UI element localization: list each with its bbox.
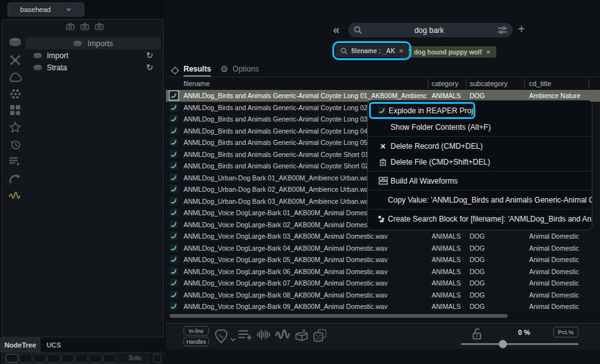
timeline-cell[interactable] xyxy=(153,354,161,363)
handles-button[interactable]: Handles xyxy=(184,337,209,346)
reaper-file-icon xyxy=(170,279,178,287)
chip-label: filename : _AK xyxy=(351,47,395,54)
context-menu-item-label: Copy Value: 'ANMLDog_Birds and Animals G… xyxy=(388,196,592,204)
close-icon[interactable]: × xyxy=(399,47,403,54)
reaper-file-icon xyxy=(170,232,178,241)
camera-icon[interactable] xyxy=(80,23,89,30)
tree-item-label: Strata xyxy=(47,63,67,72)
tree-header-imports[interactable]: Imports xyxy=(25,37,161,49)
refresh-icon[interactable]: ↻ xyxy=(146,51,153,60)
tab-nodetree[interactable]: NodeTree xyxy=(0,337,41,352)
reaper-file-icon xyxy=(170,103,178,112)
squiggle-wave-icon[interactable] xyxy=(275,329,291,342)
tree-item-import[interactable]: Import ↻ xyxy=(25,49,161,61)
pitch-value: 0 % xyxy=(505,329,543,336)
database-icon[interactable] xyxy=(8,35,23,49)
column-divider[interactable] xyxy=(524,80,525,89)
dot-cluster-icon[interactable] xyxy=(8,87,23,101)
search-bar xyxy=(348,23,513,37)
column-divider[interactable] xyxy=(466,80,466,89)
search-filter-sliders-icon[interactable] xyxy=(497,25,508,35)
inline-button[interactable]: In-line xyxy=(184,326,209,336)
column-header-cd-title[interactable]: cd_title xyxy=(529,80,551,87)
table-row[interactable]: ANMLDog_Voice DogLarge-Bark 07_AKB00M_An… xyxy=(166,277,600,289)
profile-dropdown[interactable]: basehead xyxy=(8,3,84,16)
table-row[interactable]: ANMLDog_Voice DogLarge-Bark 03_AKB00M_An… xyxy=(166,230,600,242)
waveform-icon[interactable] xyxy=(8,189,23,203)
reaper-file-icon xyxy=(170,161,178,170)
solo-slot[interactable] xyxy=(103,354,116,363)
lock-open-icon[interactable] xyxy=(472,327,482,343)
context-menu-item[interactable]: Show Folder Contents (Alt+F) xyxy=(368,119,592,135)
refresh-icon[interactable]: ↻ xyxy=(146,63,153,72)
pick-tool-icon[interactable] xyxy=(214,329,228,347)
tab-results[interactable]: Results xyxy=(171,65,211,77)
table-row[interactable]: ANMLDog_Voice DogLarge-Bark 05_AKB00M_An… xyxy=(166,254,600,266)
solo-slot[interactable] xyxy=(20,354,32,363)
tree-item-label: Import xyxy=(47,51,68,60)
column-header-filename[interactable]: filename xyxy=(184,80,210,87)
node-x-icon[interactable] xyxy=(8,53,23,67)
redo-icon[interactable] xyxy=(8,172,23,185)
camera-icon[interactable] xyxy=(95,23,104,30)
camera-icon[interactable] xyxy=(66,23,75,30)
gear-icon: ⚙ xyxy=(220,65,228,73)
grid-modules-icon[interactable] xyxy=(8,103,23,117)
search-block-chip-text[interactable]: T dog hound puppy wolf × xyxy=(399,46,496,58)
context-menu-item[interactable]: Build All Waveforms xyxy=(368,173,592,189)
star-icon[interactable] xyxy=(8,120,23,134)
view-tabbar: Results ⚙ Options xyxy=(166,63,600,77)
table-row[interactable]: ANMLDog_Voice DogLarge-Bark 08_AKB00M_An… xyxy=(166,289,600,301)
search-input[interactable] xyxy=(363,23,495,37)
search-block-chip-filename[interactable]: filename : _AK × xyxy=(335,44,408,57)
tab-ucs[interactable]: UCS xyxy=(41,337,67,352)
wave-bars-icon[interactable] xyxy=(256,329,271,343)
solo-slot[interactable] xyxy=(34,354,46,363)
column-divider[interactable] xyxy=(589,80,589,89)
profile-dropdown-label: basehead xyxy=(20,6,51,13)
solo-slot[interactable] xyxy=(89,354,102,363)
table-row[interactable]: ANMLDog_Voice DogLarge-Bark 06_AKB00M_An… xyxy=(166,266,600,278)
reaper-file-icon xyxy=(170,291,178,299)
chevron-down-icon[interactable] xyxy=(230,333,236,344)
solo-slot[interactable] xyxy=(47,354,60,363)
context-menu-item[interactable]: ×Delete Record (CMD+DEL) xyxy=(368,138,592,154)
table-row[interactable]: ANMLDog_Voice DogLarge-Bark 09_AKB00M_An… xyxy=(166,301,600,313)
horizontal-scrollbar-thumb[interactable] xyxy=(170,314,508,318)
database-icon xyxy=(33,65,42,71)
context-menu-item[interactable]: Copy Value: 'ANMLDog_Birds and Animals G… xyxy=(368,192,592,208)
table-row[interactable]: ANMLDog_Voice DogLarge-Bark 04_AKB00M_An… xyxy=(166,242,600,254)
pitch-slider[interactable] xyxy=(461,343,578,345)
history-icon[interactable] xyxy=(8,137,23,151)
column-header-category[interactable]: category xyxy=(432,80,458,87)
results-toolbar: In-line Handles 0 % Pct.% xyxy=(166,323,600,349)
cloud-icon[interactable] xyxy=(8,70,23,84)
queue-play-icon[interactable] xyxy=(8,154,23,168)
tab-label: Options xyxy=(233,65,259,73)
reaper-file-icon xyxy=(170,150,178,159)
open-box-icon[interactable] xyxy=(294,329,309,344)
context-menu-item[interactable]: Explode in REAPER Project xyxy=(369,102,475,119)
column-divider[interactable] xyxy=(428,80,428,89)
playlist-add-icon[interactable] xyxy=(238,329,253,344)
context-menu-item[interactable]: Create Search Block for [filename]: 'ANM… xyxy=(368,211,592,227)
solo-slot[interactable] xyxy=(75,354,88,363)
context-menu-item[interactable]: Delete File (CMD+Shift+DEL) xyxy=(368,154,592,170)
cell-filename: ANMLDog_Voice DogLarge-Bark 03_AKB00M_An… xyxy=(184,232,427,240)
pitch-slider-thumb[interactable] xyxy=(499,340,507,348)
solo-slot[interactable] xyxy=(61,354,74,363)
solo-slot[interactable] xyxy=(6,354,18,363)
column-header-subcategory[interactable]: subcategory xyxy=(470,80,508,87)
collapse-left-icon[interactable]: « xyxy=(333,23,340,37)
button-label: Pct.% xyxy=(558,329,574,336)
close-icon[interactable]: × xyxy=(486,48,490,56)
pct-mode-button[interactable]: Pct.% xyxy=(553,327,578,337)
cell-subcategory: DOG xyxy=(470,256,524,263)
tab-options[interactable]: ⚙ Options xyxy=(220,65,259,73)
context-menu-item[interactable]: Search [filename] for 'ANMLDog_Birds and… xyxy=(368,227,592,230)
crosshair-icon xyxy=(171,66,179,75)
cell-subcategory: DOG xyxy=(470,291,524,299)
dice-icon[interactable] xyxy=(313,329,327,344)
tree-item-strata[interactable]: Strata ↻ xyxy=(25,61,161,73)
add-search-icon[interactable]: + xyxy=(518,22,525,36)
